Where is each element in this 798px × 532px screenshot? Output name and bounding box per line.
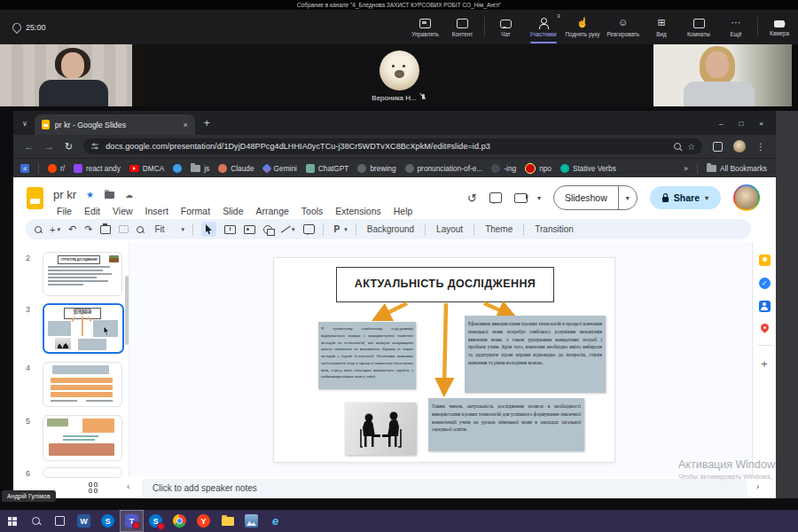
teams-rooms-button[interactable]: Комнаты: [680, 10, 717, 44]
slideshow-dropdown[interactable]: ▾: [618, 186, 637, 209]
task-view-button[interactable]: [48, 510, 72, 532]
favorite-star-icon[interactable]: ★: [86, 190, 94, 200]
document-title[interactable]: pr kr: [53, 188, 76, 201]
taskbar-yandex[interactable]: Y: [192, 510, 215, 532]
video-participant-center[interactable]: Вероника Н...: [145, 44, 653, 106]
menu-arrange[interactable]: Arrange: [249, 204, 294, 218]
bookmark-stative-verbs[interactable]: Stative Verbs: [560, 164, 616, 173]
bookmark-chatgpt[interactable]: ChatGPT: [306, 164, 349, 173]
tab-close-icon[interactable]: ×: [184, 121, 188, 129]
speaker-notes-input[interactable]: Click to add speaker notes: [142, 479, 747, 497]
close-button[interactable]: ×: [759, 120, 763, 128]
menu-tools[interactable]: Tools: [295, 204, 330, 218]
add-addon-button[interactable]: +: [761, 357, 768, 371]
url-text[interactable]: docs.google.com/presentation/d/1DyjD48PP…: [106, 142, 668, 151]
menu-help[interactable]: Help: [387, 204, 419, 218]
teams-participants-button[interactable]: 3 Участники: [525, 10, 562, 44]
site-settings-icon[interactable]: [90, 142, 99, 151]
menu-format[interactable]: Format: [175, 204, 216, 218]
current-slide[interactable]: АКТУАЛЬНІСТЬ ДОСЛІДЖЕННЯ У сучасному осв…: [273, 257, 615, 463]
bookmark-reddit[interactable]: r/: [48, 164, 65, 173]
bookmark-js-folder[interactable]: js: [191, 164, 209, 173]
select-tool-active[interactable]: [201, 222, 216, 237]
version-history-icon[interactable]: ↺: [467, 192, 477, 205]
slide-text-block-left[interactable]: У сучасному освітньому середовищі відбув…: [318, 322, 416, 389]
teams-content-button[interactable]: Контент: [444, 10, 481, 44]
search-icon[interactable]: [674, 143, 681, 150]
browser-menu-icon[interactable]: ⋮: [756, 142, 765, 152]
taskbar-chrome[interactable]: [168, 510, 192, 532]
tasks-icon[interactable]: ✓: [759, 278, 771, 289]
keep-icon[interactable]: [759, 254, 771, 266]
cloud-status-icon[interactable]: ☁: [125, 191, 133, 200]
bookmarks-overflow-icon[interactable]: »: [684, 164, 688, 173]
maximize-button[interactable]: □: [739, 120, 743, 128]
taskbar-teams-active[interactable]: T: [120, 510, 144, 532]
search-menus-icon[interactable]: [35, 226, 42, 233]
teams-react-button[interactable]: ☺ Реагировать: [603, 10, 643, 44]
thumbnail-slide-2[interactable]: СТРУКТУРА ДОСЛІДЖЕННЯ: [43, 252, 122, 296]
insert-image-icon[interactable]: [244, 225, 255, 234]
account-avatar[interactable]: [733, 184, 760, 211]
zoom-in-icon[interactable]: [137, 226, 144, 233]
menu-view[interactable]: View: [106, 204, 139, 218]
slides-app-icon[interactable]: [27, 187, 43, 209]
taskbar-skype-business[interactable]: S: [144, 510, 168, 532]
taskbar-ie[interactable]: e: [263, 510, 287, 532]
bookmark-pronunciation[interactable]: pronunciation-of-e...: [405, 164, 483, 173]
back-button[interactable]: ←: [24, 141, 34, 152]
comments-icon[interactable]: [489, 192, 502, 203]
zoom-tool[interactable]: +▾: [50, 224, 60, 235]
browser-tab[interactable]: pr kr - Google Slides ×: [35, 114, 195, 135]
menu-file[interactable]: File: [51, 204, 78, 218]
insert-shape-icon[interactable]: [263, 225, 272, 234]
taskbar-word[interactable]: W: [72, 510, 96, 532]
text-box-icon[interactable]: [224, 225, 236, 234]
insert-comment-icon[interactable]: [303, 224, 315, 234]
taskbar-explorer[interactable]: [215, 510, 239, 532]
slide-text-block-bottom[interactable]: Таким чином, актуальність дослідження по…: [428, 398, 584, 451]
teams-view-button[interactable]: ⊞ Вид: [643, 10, 680, 44]
thumbnail-slide-4[interactable]: [43, 362, 122, 407]
teams-more-button[interactable]: ⋯ Ещё: [717, 10, 755, 44]
bookmark-react-andy[interactable]: react andy: [74, 164, 121, 173]
tab-search-chevron-icon[interactable]: ∨: [22, 120, 27, 128]
reload-button[interactable]: ↻: [65, 141, 73, 153]
bookmark-favicon-only[interactable]: [173, 164, 182, 173]
theme-button[interactable]: Theme: [482, 224, 515, 234]
bookmark-gemini[interactable]: Gemini: [263, 164, 297, 173]
video-participant-left[interactable]: [0, 44, 145, 106]
fit-zoom-select[interactable]: Fit▾: [152, 224, 184, 234]
meet-camera-group[interactable]: ▾: [514, 193, 541, 203]
forward-button[interactable]: →: [44, 141, 54, 152]
share-dropdown-caret[interactable]: ▾: [705, 194, 708, 202]
undo-button[interactable]: ↶: [68, 223, 76, 235]
maps-icon[interactable]: [759, 322, 771, 333]
move-folder-icon[interactable]: [105, 192, 114, 199]
bookmark-claude[interactable]: Claude: [218, 164, 254, 173]
grid-view-toggle-icon[interactable]: [89, 482, 98, 493]
menu-slide[interactable]: Slide: [216, 204, 249, 218]
insert-line-tool[interactable]: ▾: [280, 224, 295, 234]
bookmark-brewing[interactable]: brewing: [357, 164, 395, 173]
new-tab-button[interactable]: +: [204, 117, 210, 129]
teams-chat-button[interactable]: Чат: [488, 10, 525, 44]
taskbar-search-button[interactable]: [24, 510, 48, 532]
contacts-icon[interactable]: [759, 301, 771, 312]
thumbnail-slide-5[interactable]: [43, 415, 122, 461]
transition-button[interactable]: Transition: [532, 224, 576, 234]
menu-extensions[interactable]: Extensions: [329, 204, 387, 218]
bookmark-npo[interactable]: npo: [525, 163, 552, 174]
slideshow-button[interactable]: Slideshow ▾: [553, 185, 638, 210]
slide-text-block-right[interactable]: Ефективне використання ігрових технологі…: [465, 316, 606, 393]
print-icon[interactable]: [100, 225, 111, 234]
taskbar-photos[interactable]: [239, 510, 263, 532]
browser-profile-avatar[interactable]: [733, 140, 746, 153]
bookmark-star-icon[interactable]: ☆: [687, 142, 695, 152]
paint-format-icon[interactable]: [119, 225, 129, 233]
start-button[interactable]: [0, 510, 24, 532]
minimize-button[interactable]: –: [719, 120, 723, 128]
bookmark-ing[interactable]: -ing: [491, 164, 516, 173]
video-participant-right[interactable]: [653, 44, 792, 106]
pointer-options-tool[interactable]: P▾: [332, 224, 348, 234]
